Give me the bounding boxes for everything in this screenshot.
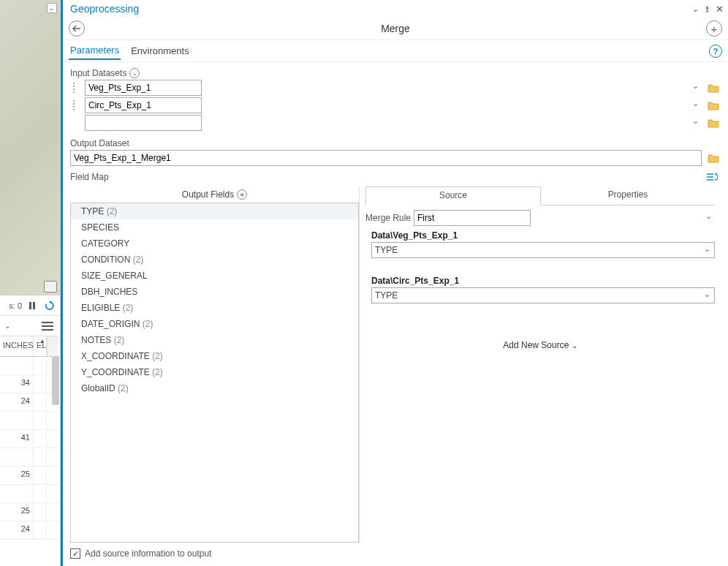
merge-rule-select[interactable] [414,210,531,226]
folder-icon[interactable] [706,99,721,112]
folder-icon[interactable] [706,151,721,165]
chevron-down-icon: ⌄ [572,342,577,350]
input-dataset-1[interactable] [85,97,202,113]
input-dataset-0[interactable] [85,80,202,96]
table-row[interactable]: 24 [0,521,60,540]
map-preview[interactable]: ⌄ [0,0,60,295]
chevron-down-icon[interactable]: ⌄ [4,322,10,330]
input-datasets-label: Input Datasets [70,68,126,78]
cell-el [34,503,47,521]
scrollbar-thumb[interactable] [52,357,59,405]
collapse-icon[interactable]: ⌄ [47,3,57,13]
table-row[interactable]: 24 [0,393,60,412]
field-item[interactable]: X_COORDINATE (2) [71,348,358,364]
field-item[interactable]: ELIGIBLE (2) [71,300,358,316]
field-item[interactable]: CATEGORY [71,235,358,252]
help-icon[interactable]: ? [709,45,722,58]
field-map-label: Field Map [70,172,109,182]
field-item[interactable]: SPECIES [71,219,358,235]
column-inches[interactable]: INCHES [0,336,34,356]
field-item[interactable]: DBH_INCHES [71,284,358,300]
refresh-icon[interactable] [42,298,57,313]
field-item[interactable]: TYPE (2) [71,203,358,219]
cell-el [34,357,47,374]
add-new-source-button[interactable]: Add New Source ⌄ [365,340,715,350]
cell-inches: 25 [0,503,34,521]
table-row[interactable]: 25 [0,503,60,521]
cell-inches: 34 [0,375,34,393]
merge-rule-label: Merge Rule [365,213,411,223]
column-el[interactable]: EL▲ [34,336,47,356]
pin-icon[interactable] [703,5,711,13]
table-row[interactable] [0,448,60,467]
drag-handle-icon[interactable] [73,100,80,110]
sort-asc-icon: ▲ [39,338,45,344]
input-dataset-2[interactable] [85,115,202,131]
cell-inches [0,448,34,466]
map-tool-icon[interactable] [44,281,57,293]
field-item[interactable]: SIZE_GENERAL [71,268,358,284]
add-source-info-checkbox[interactable]: ✓ [70,548,80,559]
field-item[interactable]: CONDITION (2) [71,252,358,268]
drag-handle-icon[interactable] [73,83,80,93]
source-field-select[interactable] [371,287,715,303]
svg-rect-0 [29,302,31,309]
cell-inches: 24 [0,393,34,411]
cell-el [34,430,47,448]
source-field-select[interactable] [371,242,715,258]
cell-inches [0,412,34,429]
chevron-down-icon[interactable]: ⌄ [129,68,140,78]
folder-icon[interactable] [706,116,721,129]
dock-chevron-icon[interactable]: ⌄ [692,4,699,14]
tab-parameters[interactable]: Parameters [69,42,121,60]
cell-inches: 41 [0,430,34,448]
tab-environments[interactable]: Environments [129,42,190,59]
field-item[interactable]: NOTES (2) [71,332,358,348]
cell-el [34,393,47,411]
add-source-info-label: Add source information to output [85,548,211,559]
cell-inches: 24 [0,521,34,539]
table-row[interactable]: 25 [0,467,60,485]
source-label: Data\Circ_Pts_Exp_1 [371,276,715,286]
close-icon[interactable]: ✕ [716,4,724,15]
add-field-icon[interactable]: + [237,189,247,200]
cell-inches [0,357,34,374]
cell-el [34,375,47,393]
svg-rect-1 [33,302,35,309]
table-row[interactable]: 41 [0,430,60,448]
table-row[interactable] [0,412,60,430]
table-row[interactable]: 34 [0,375,60,393]
cell-el [34,521,47,539]
field-item[interactable]: DATE_ORIGIN (2) [71,316,358,332]
tool-name: Merge [63,23,728,34]
output-dataset-input[interactable] [70,150,702,166]
pause-icon[interactable] [25,298,39,313]
cell-el [34,467,47,484]
table-header: INCHES EL▲ [0,336,60,357]
cell-inches [0,485,34,502]
menu-icon[interactable] [39,320,56,333]
folder-icon[interactable] [706,81,721,94]
cell-inches: 25 [0,467,34,484]
field-map-options-icon[interactable] [706,172,718,182]
tab-source[interactable]: Source [365,186,541,205]
output-fields-list[interactable]: TYPE (2)SPECIESCATEGORYCONDITION (2)SIZE… [70,203,359,543]
table-row[interactable] [0,485,60,503]
table-row[interactable] [0,357,60,375]
field-item[interactable]: Y_COORDINATE (2) [71,364,358,380]
cell-el [34,485,47,502]
feature-count: s: 0 [9,301,22,310]
output-fields-label: Output Fields [182,189,234,200]
tab-properties[interactable]: Properties [541,186,715,205]
cell-el [34,412,47,429]
map-status-bar: s: 0 [0,295,60,316]
cell-el [34,448,47,466]
output-dataset-label: Output Dataset [70,138,721,148]
source-label: Data\Veg_Pts_Exp_1 [371,230,715,241]
field-item[interactable]: GlobalID (2) [71,380,358,396]
panel-title: Geoprocessing [70,3,139,15]
